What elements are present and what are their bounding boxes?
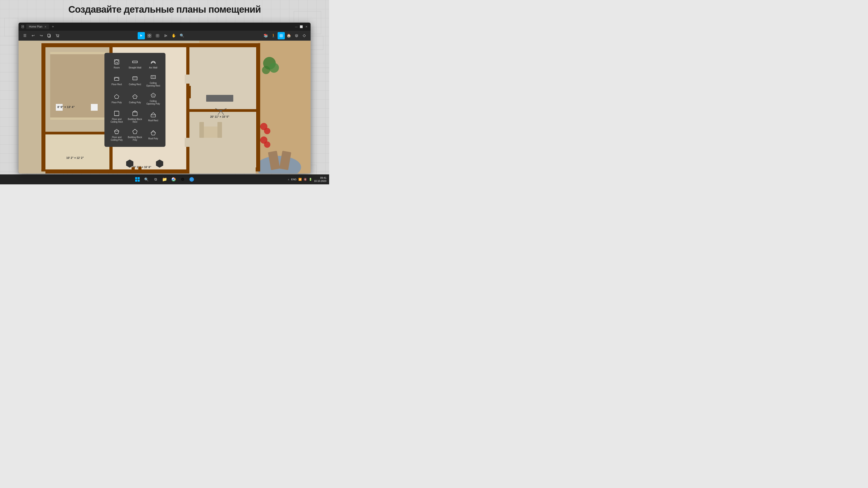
floor-poly-tool[interactable]: Floor Poly [108,90,125,107]
svg-rect-53 [185,138,191,147]
view2-btn[interactable] [146,32,153,39]
chrome-btn[interactable] [170,176,177,183]
room-tool[interactable]: Room [108,57,125,71]
files-btn[interactable]: 📁 [161,176,168,183]
settings-taskbar-btn[interactable]: ⚙ [179,176,186,183]
layers-btn[interactable] [293,32,300,39]
tab-close-btn[interactable]: ✕ [44,26,46,28]
maximize-btn[interactable]: ⬜ [300,25,303,28]
svg-rect-76 [199,122,204,138]
taskbar-search-btn[interactable]: 🔍 [143,176,150,183]
cart-btn[interactable] [54,32,61,39]
svg-point-16 [57,37,57,37]
svg-text:8' 9" × 13' 4": 8' 9" × 13' 4" [57,105,75,109]
arc-wall-tool[interactable]: Arc Wall [145,57,162,71]
building-block-rect-icon [131,110,138,117]
straight-wall-icon [131,58,138,66]
ceiling-opening-poly-tool[interactable]: Ceiling Opening Poly [145,90,162,107]
floor-rect-icon [113,75,120,82]
svg-rect-18 [148,34,149,35]
svg-marker-106 [133,94,137,98]
svg-rect-123 [135,180,137,182]
svg-rect-20 [148,36,149,37]
svg-rect-122 [138,177,140,179]
extra-btn[interactable] [301,32,308,39]
svg-rect-103 [151,75,156,78]
view3-btn[interactable] [154,32,161,39]
floor-poly-icon [113,93,120,100]
library-btn[interactable]: 📚 [262,32,270,39]
svg-marker-105 [114,94,119,98]
roof-rect-tool[interactable]: Roof Rect [145,108,162,125]
ceiling-opening-poly-label: Ceiling Opening Poly [145,100,161,105]
pan-btn[interactable]: ✋ [170,32,178,39]
svg-rect-121 [135,177,137,179]
undo-btn[interactable]: ↩ [29,32,37,39]
grid-btn[interactable] [278,32,285,39]
svg-rect-29 [280,34,283,37]
menu-btn[interactable]: ☰ [21,32,29,39]
taskbar-datetime: 09:41 10.10.2023 [314,176,327,183]
floor-ceiling-poly-tool[interactable]: Floor and Ceiling Poly [108,126,125,143]
app-tab[interactable]: Home Plan ✕ [26,24,49,29]
ceiling-poly-icon [131,93,138,100]
floor-ceiling-rect-tool[interactable]: Floor and Ceiling Rect [108,108,125,125]
svg-rect-77 [217,122,222,138]
svg-point-25 [164,35,165,35]
svg-rect-14 [48,34,50,37]
minimize-btn[interactable]: — [295,25,298,28]
store-btn[interactable]: 🛒 [188,176,195,183]
floor-ceiling-poly-icon [113,128,120,135]
search-btn[interactable]: 🔍 [178,32,186,39]
copy-btn[interactable] [46,32,53,39]
svg-rect-95 [138,167,142,173]
svg-rect-96 [114,60,119,64]
svg-rect-56 [91,104,98,111]
wifi-icon: 📶 [298,178,302,181]
svg-point-84 [264,128,270,134]
start-btn[interactable] [134,176,141,183]
svg-text:10' 2" × 12' 2": 10' 2" × 12' 2" [66,156,84,160]
canvas-area: 8' 9" × 13' 4" 10' 2" × 12' 2" 20' 11" ×… [19,41,311,173]
roof-poly-tool[interactable]: Roof Poly [145,126,162,143]
roof-rect-label: Roof Rect [148,119,158,122]
svg-marker-109 [152,94,154,96]
svg-rect-110 [114,111,119,116]
straight-wall-tool[interactable]: Straight Wall [126,57,144,71]
svg-marker-119 [133,129,137,134]
ceiling-poly-tool[interactable]: Ceiling Poly [126,90,144,107]
svg-rect-45 [188,110,256,173]
ceiling-opening-rect-tool[interactable]: Ceiling Opening Rect [145,72,162,89]
svg-rect-93 [45,169,188,173]
building-block-rect-label: Building Block Rect [127,118,143,123]
building-block-poly-tool[interactable]: Building Block Poly [126,126,144,143]
building-block-rect-tool[interactable]: Building Block Rect [126,108,144,125]
scissors-btn[interactable] [162,32,169,39]
close-btn[interactable]: ✕ [305,25,308,28]
ceiling-rect-tool[interactable]: Ceiling Rect [126,72,144,89]
svg-rect-52 [185,74,191,84]
building-block-poly-label: Building Block Poly [127,136,143,141]
new-tab-btn[interactable]: + [52,25,54,29]
taskbar-up-arrow[interactable]: ∧ [288,178,289,181]
arc-wall-label: Arc Wall [149,66,157,69]
floor-rect-tool[interactable]: Floor Rect [108,72,125,89]
redo-btn[interactable]: ↪ [37,32,45,39]
svg-rect-87 [188,86,191,98]
toolbar: ☰ ↩ ↪ [19,31,311,41]
person-btn[interactable]: 🚶 [270,32,277,39]
house-btn[interactable]: 🏠 [285,32,292,39]
taskbar-icons: 🔍 ⧉ 📁 ⚙ 🛒 [134,176,195,183]
floor-ceiling-rect-label: Floor and Ceiling Rect [109,118,125,123]
ceiling-rect-label: Ceiling Rect [129,83,141,86]
app-window: Home Plan ✕ + — ⬜ ✕ ☰ ↩ ↪ [19,23,311,173]
taskview-btn[interactable]: ⧉ [152,176,159,183]
arc-wall-icon [150,58,157,66]
select-tool-btn[interactable] [138,32,145,39]
taskbar-lang: ENG [291,178,297,181]
svg-rect-104 [152,76,154,78]
svg-rect-124 [138,180,140,182]
svg-rect-98 [132,61,137,63]
window-controls: — ⬜ ✕ [295,25,308,28]
ceiling-opening-poly-icon [150,92,157,99]
